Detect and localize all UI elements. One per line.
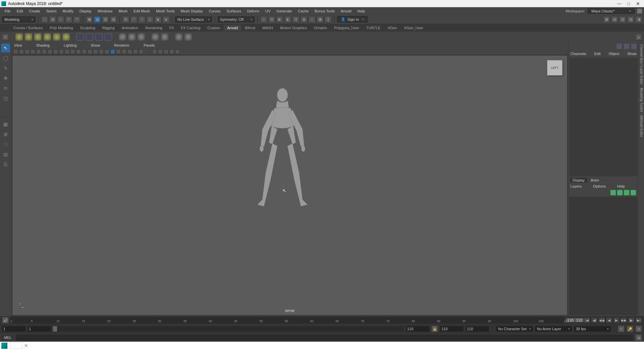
layer-add-icon[interactable] <box>624 190 629 195</box>
side-tab-channel-box-layer-editor[interactable]: Channel Box / Layer Editor <box>639 44 643 85</box>
vp-gate-mask-icon[interactable] <box>59 49 64 54</box>
charset-dropdown[interactable]: No Character Set <box>496 326 533 332</box>
menu-arnold[interactable]: Arnold <box>338 8 354 14</box>
move-tool-icon[interactable]: ✥ <box>1 74 10 83</box>
vp-gamma-icon[interactable] <box>158 49 163 54</box>
layer-new-icon[interactable] <box>617 190 623 195</box>
menu-curves[interactable]: Curves <box>206 8 223 14</box>
four-layout-icon[interactable]: ▤ <box>1 150 10 159</box>
prefs-icon[interactable]: ⚙ <box>635 326 642 332</box>
save-scene-icon[interactable]: ▪ <box>57 16 64 23</box>
menu-deform[interactable]: Deform <box>245 8 262 14</box>
construction-icon[interactable]: ⚙ <box>268 16 275 23</box>
paint-select-tool-icon[interactable]: ✎ <box>1 64 10 72</box>
shelf-tab-arnold[interactable]: Arnold <box>224 25 241 31</box>
rotate-tool-icon[interactable]: ⟳ <box>1 84 10 93</box>
menu-mesh-tools[interactable]: Mesh Tools <box>153 8 177 14</box>
animlayer-dropdown[interactable]: No Anim Layer <box>535 326 572 332</box>
step-back-icon[interactable]: ◀◀ <box>598 317 605 323</box>
vp-bookmark-icon[interactable] <box>19 49 24 54</box>
shelf-tab-xgen-user[interactable]: XGen_User <box>401 25 427 31</box>
vp-select-cam-icon[interactable] <box>13 49 18 54</box>
vp-bg-color-icon[interactable] <box>169 49 174 54</box>
panel-toggle-4-icon[interactable]: ▧ <box>627 16 634 23</box>
vp-grid-icon[interactable] <box>42 49 47 54</box>
new-scene-icon[interactable]: □ <box>41 16 48 23</box>
vp-menu-show[interactable]: Show <box>91 43 100 47</box>
layer-list[interactable] <box>569 197 637 315</box>
menu-select[interactable]: Select <box>44 8 59 14</box>
shelf-tab-rendering[interactable]: Rendering <box>142 25 166 31</box>
go-end-icon[interactable]: ▶| <box>635 317 642 323</box>
vp-motion-blur-icon[interactable] <box>116 49 121 54</box>
menu-mesh-display[interactable]: Mesh Display <box>178 8 206 14</box>
layer-menu-help[interactable]: Help <box>617 184 625 188</box>
time-track[interactable]: 1510152025303540455055606570758085909510… <box>11 317 564 323</box>
arnold-physical-sky-icon[interactable] <box>62 33 70 41</box>
channel-box-body[interactable] <box>569 58 637 177</box>
vp-image-plane-icon[interactable] <box>25 49 30 54</box>
play-back-icon[interactable]: ◀ <box>606 317 612 323</box>
range-end-in[interactable]: 110 <box>406 326 429 332</box>
snap-point-icon[interactable]: • <box>139 16 145 23</box>
shelf-tab-xgen[interactable]: XGen <box>384 25 400 31</box>
vp-shadows-icon[interactable] <box>105 49 109 54</box>
vp-menu-panels[interactable]: Panels <box>144 43 155 47</box>
shelf-tab-fx[interactable]: FX <box>166 25 177 31</box>
step-fwd-icon[interactable]: ▶▶ <box>621 317 627 323</box>
redo-icon[interactable]: ↷ <box>73 16 80 23</box>
fps-dropdown[interactable]: 30 fps <box>574 326 611 332</box>
vp-isolate-icon[interactable] <box>133 49 138 54</box>
range-handle[interactable] <box>53 326 57 332</box>
panel-toggle-3-icon[interactable]: ▥ <box>619 16 626 23</box>
vp-menu-renderer[interactable]: Renderer <box>114 43 129 47</box>
shelf-tab-animation[interactable]: Animation <box>118 25 142 31</box>
cb-icon-1[interactable] <box>616 44 622 49</box>
lasso-tool-icon[interactable]: ◯ <box>1 54 10 62</box>
shelf-menu-icon[interactable]: ☰ <box>2 34 9 40</box>
open-scene-icon[interactable]: ▤ <box>49 16 56 23</box>
menu-edit[interactable]: Edit <box>14 8 26 14</box>
hypershade-icon[interactable]: ◉ <box>301 16 307 23</box>
arnold-mesh-icon[interactable] <box>105 33 112 41</box>
snap-grid-icon[interactable]: ⊞ <box>122 16 129 23</box>
select-object-icon[interactable]: ▣ <box>86 16 93 23</box>
vp-film-gate-icon[interactable] <box>48 49 52 54</box>
snap-plane-icon[interactable]: ◇ <box>147 16 153 23</box>
step-back-key-icon[interactable]: ◀| <box>591 317 598 323</box>
autokey-icon[interactable]: ↻ <box>618 326 625 332</box>
arnold-mesh-light-icon[interactable] <box>25 33 32 41</box>
menu-surfaces[interactable]: Surfaces <box>224 8 244 14</box>
panel-toggle-5-icon[interactable]: ◨ <box>635 16 642 23</box>
last-tool-icon[interactable]: ▦ <box>1 120 10 129</box>
vp-2d-pan-icon[interactable] <box>31 49 35 54</box>
range-start-in[interactable]: 1 <box>28 326 51 332</box>
range-track[interactable] <box>53 326 404 332</box>
menu-help[interactable]: Help <box>355 8 368 14</box>
menu-mesh[interactable]: Mesh <box>116 8 130 14</box>
vp-safe-action-icon[interactable] <box>70 49 75 54</box>
key-icon[interactable]: 🔑 <box>627 326 633 332</box>
range-lock-icon[interactable]: 🔒 <box>431 326 438 332</box>
panel-toggle-1-icon[interactable]: ▦ <box>603 16 610 23</box>
single-layout-icon[interactable]: □ <box>1 140 10 149</box>
arnold-light-portal-icon[interactable] <box>53 33 60 41</box>
arnold-area-light-icon[interactable] <box>15 33 23 41</box>
range-end-out[interactable]: 110 <box>466 326 489 332</box>
shelf-tab-custom[interactable]: Custom <box>204 25 223 31</box>
undo-icon[interactable]: ↶ <box>65 16 72 23</box>
playblast-icon[interactable]: ▣ <box>317 16 323 23</box>
menu-windows[interactable]: Windows <box>95 8 115 14</box>
vp-view-transform-icon[interactable] <box>164 49 168 54</box>
minimize-button[interactable]: — <box>614 1 624 7</box>
menu-create[interactable]: Create <box>26 8 43 14</box>
cb-icon-3[interactable] <box>631 44 637 49</box>
vp-textured-icon[interactable] <box>93 49 98 54</box>
mode-dropdown[interactable]: Modeling <box>2 16 36 22</box>
step-fwd-key-icon[interactable]: |▶ <box>628 317 635 323</box>
scale-tool-icon[interactable]: ◳ <box>1 94 10 103</box>
layer-empty-icon[interactable] <box>631 190 636 195</box>
menu-generate[interactable]: Generate <box>274 8 294 14</box>
workspace-dropdown[interactable]: Maya Classic* <box>588 8 635 14</box>
current-frame-field[interactable]: 110 <box>575 318 584 322</box>
